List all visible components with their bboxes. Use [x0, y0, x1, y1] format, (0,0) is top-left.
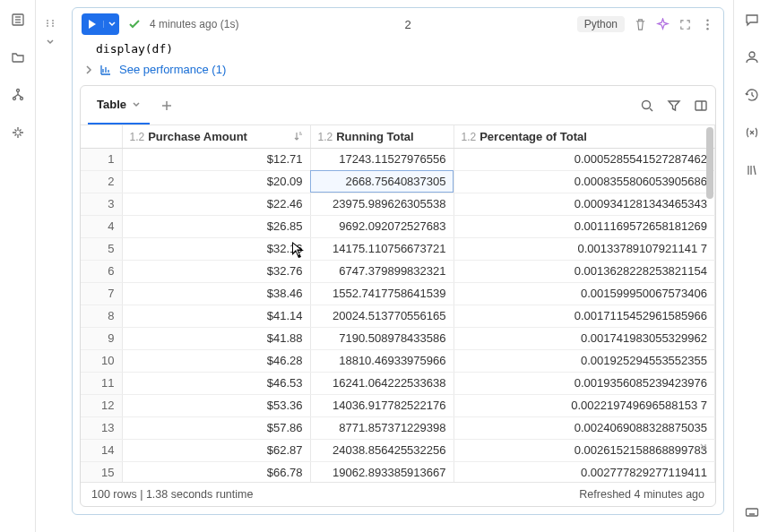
cell-running-total[interactable]: 2668.75640837305 [310, 170, 454, 193]
row-number[interactable]: 6 [81, 260, 122, 282]
collapse-chevron-icon[interactable] [46, 38, 55, 47]
code-content[interactable]: display(df) [73, 40, 723, 61]
cell-running-total[interactable]: 8771.857371229398 [310, 416, 454, 439]
cell-percentage[interactable]: 0.0017115452961585966 [454, 305, 715, 327]
cell-running-total[interactable]: 9692.092072527683 [310, 215, 454, 237]
library-icon[interactable] [741, 159, 763, 181]
row-number[interactable]: 15 [81, 461, 122, 482]
cell-percentage[interactable]: 0.001599950067573406 [454, 282, 715, 305]
cell-purchase-amount[interactable]: $41.14 [122, 305, 310, 327]
table-row[interactable]: 15$66.7819062.8933859136670.002777829277… [81, 461, 715, 482]
row-number[interactable]: 3 [81, 193, 122, 215]
cell-running-total[interactable]: 6747.379899832321 [310, 260, 454, 282]
table-row[interactable]: 1$12.7117243.115279765560.00052855415272… [81, 148, 715, 170]
sort-icon[interactable] [292, 131, 303, 142]
cell-running-total[interactable]: 17243.11527976556 [310, 148, 454, 170]
row-number[interactable]: 11 [81, 372, 122, 394]
cell-percentage[interactable]: 0.001741983055329962 [454, 327, 715, 349]
chevron-down-icon[interactable] [132, 100, 141, 109]
performance-link[interactable]: See performance (1) [119, 63, 226, 76]
folder-icon[interactable] [7, 47, 29, 68]
cell-running-total[interactable]: 1552.7417758641539 [310, 282, 454, 305]
table-row[interactable]: 7$38.461552.74177586415390.0015999500675… [81, 282, 715, 305]
schema-icon[interactable] [7, 84, 29, 106]
cell-percentage[interactable]: 0.0019356085239423976 [454, 372, 715, 394]
ai-assist-icon[interactable] [656, 18, 670, 31]
row-number[interactable]: 7 [81, 282, 122, 305]
cell-percentage[interactable]: 0.002219749696588153 7 [454, 394, 715, 416]
table-row[interactable]: 2$20.092668.756408373050.000835580605390… [81, 170, 715, 193]
cell-purchase-amount[interactable]: $46.53 [122, 372, 310, 394]
cell-purchase-amount[interactable]: $22.46 [122, 193, 310, 215]
cell-purchase-amount[interactable]: $20.09 [122, 170, 310, 193]
cell-running-total[interactable]: 24038.856425532256 [310, 439, 454, 461]
table-row[interactable]: 11$46.5316241.0642225336380.001935608523… [81, 372, 715, 394]
cell-running-total[interactable]: 14036.917782522176 [310, 394, 454, 416]
search-icon[interactable] [640, 99, 654, 113]
row-number[interactable]: 12 [81, 394, 122, 416]
cell-percentage[interactable]: 0.001925294553552355 [454, 349, 715, 372]
table-row[interactable]: 5$32.1614175.1107566737210.0013378910792… [81, 237, 715, 260]
panel-icon[interactable] [694, 99, 708, 113]
cell-percentage[interactable]: 0.0005285541527287462 [454, 148, 715, 170]
cell-running-total[interactable]: 16241.064222533638 [310, 372, 454, 394]
expand-icon[interactable] [678, 18, 692, 31]
toc-icon[interactable] [7, 9, 29, 30]
row-number[interactable]: 13 [81, 416, 122, 439]
cell-purchase-amount[interactable]: $26.85 [122, 215, 310, 237]
resize-corner-icon[interactable] [696, 439, 706, 450]
cell-percentage[interactable]: 0.0013628228253821154 [454, 260, 715, 282]
cell-purchase-amount[interactable]: $46.28 [122, 349, 310, 372]
table-row[interactable]: 3$22.4623975.9896263055380.0009341281343… [81, 193, 715, 215]
table-row[interactable]: 9$41.887190.5089784335860.00174198305532… [81, 327, 715, 349]
variables-icon[interactable] [741, 122, 763, 143]
col-header-running[interactable]: 1.2Running Total [310, 125, 454, 148]
row-number[interactable]: 5 [81, 237, 122, 260]
table-row[interactable]: 6$32.766747.3798998323210.00136282282538… [81, 260, 715, 282]
cell-purchase-amount[interactable]: $32.76 [122, 260, 310, 282]
cell-percentage[interactable]: 0.0024069088328875035 [454, 416, 715, 439]
row-number[interactable]: 1 [81, 148, 122, 170]
table-row[interactable]: 4$26.859692.0920725276830.00111695726581… [81, 215, 715, 237]
cell-percentage[interactable]: 0.0011169572658181269 [454, 215, 715, 237]
cell-purchase-amount[interactable]: $53.36 [122, 394, 310, 416]
history-icon[interactable] [741, 84, 763, 106]
cell-purchase-amount[interactable]: $32.16 [122, 237, 310, 260]
table-row[interactable]: 14$62.8724038.8564255322560.002615215886… [81, 439, 715, 461]
cell-running-total[interactable]: 7190.508978433586 [310, 327, 454, 349]
table-row[interactable]: 10$46.2818810.469339759660.0019252945535… [81, 349, 715, 372]
language-tag[interactable]: Python [577, 16, 625, 32]
cell-purchase-amount[interactable]: $38.46 [122, 282, 310, 305]
cell-running-total[interactable]: 20024.513770556165 [310, 305, 454, 327]
run-dropdown-icon[interactable] [103, 21, 119, 28]
keyboard-icon[interactable] [741, 502, 763, 523]
kebab-icon[interactable] [701, 18, 714, 31]
add-tab-button[interactable] [160, 99, 173, 112]
drag-handle-icon[interactable] [45, 18, 56, 29]
rownum-header[interactable] [81, 125, 122, 148]
user-icon[interactable] [741, 47, 763, 68]
cell-running-total[interactable]: 18810.46933975966 [310, 349, 454, 372]
vertical-scrollbar[interactable] [706, 127, 713, 199]
col-header-pct[interactable]: 1.2Percentage of Total [454, 125, 715, 148]
cell-purchase-amount[interactable]: $66.78 [122, 461, 310, 482]
row-number[interactable]: 10 [81, 349, 122, 372]
filter-icon[interactable] [667, 99, 681, 113]
cell-purchase-amount[interactable]: $12.71 [122, 148, 310, 170]
table-row[interactable]: 8$41.1420024.5137705561650.0017115452961… [81, 305, 715, 327]
run-button[interactable] [82, 13, 119, 35]
chat-icon[interactable] [741, 9, 763, 30]
cell-percentage[interactable]: 0.002777829277119411 [454, 461, 715, 482]
cell-running-total[interactable]: 23975.989626305538 [310, 193, 454, 215]
table-row[interactable]: 12$53.3614036.9177825221760.002219749696… [81, 394, 715, 416]
row-number[interactable]: 8 [81, 305, 122, 327]
col-header-purchase[interactable]: 1.2Purchase Amount [122, 125, 310, 148]
cell-percentage[interactable]: 0.00133789107921141 7 [454, 237, 715, 260]
cell-running-total[interactable]: 14175.110756673721 [310, 237, 454, 260]
tab-table[interactable]: Table [88, 86, 150, 124]
performance-row[interactable]: See performance (1) [73, 61, 723, 85]
row-number[interactable]: 2 [81, 170, 122, 193]
cell-percentage[interactable]: 0.0009341281343465343 [454, 193, 715, 215]
row-number[interactable]: 14 [81, 439, 122, 461]
cell-running-total[interactable]: 19062.893385913667 [310, 461, 454, 482]
